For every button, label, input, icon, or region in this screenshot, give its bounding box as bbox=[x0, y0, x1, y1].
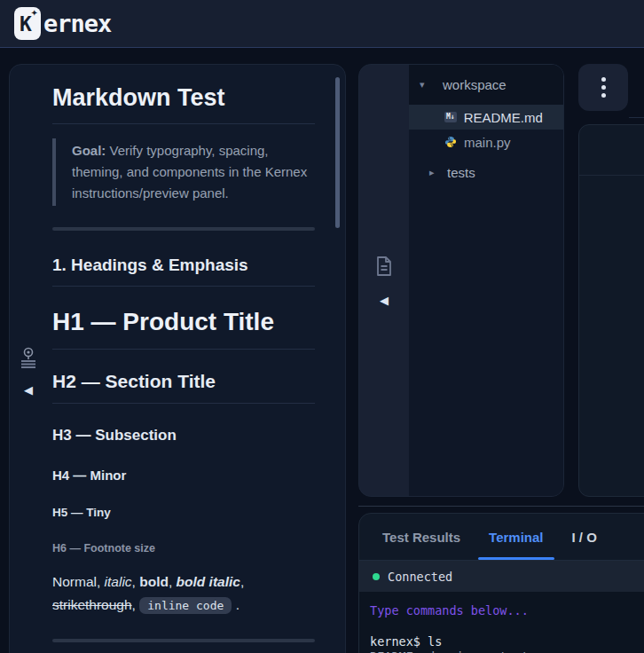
collapse-markdown-panel-icon[interactable]: ◀ bbox=[24, 384, 33, 396]
tree-root-label: workspace bbox=[443, 77, 507, 92]
editor-panel: ◀ ▾ workspace M↓ README.md main.py ▸ tes… bbox=[358, 64, 564, 497]
tree-item-label: main.py bbox=[464, 135, 511, 150]
document-icon[interactable] bbox=[375, 256, 393, 277]
h6-demo: H6 — Footnote size bbox=[52, 542, 315, 555]
terminal-output[interactable]: Type commands below... kernex$ ls README… bbox=[359, 592, 644, 653]
tab-terminal[interactable]: Terminal bbox=[489, 530, 543, 545]
h3-demo: H3 — Subsection bbox=[52, 427, 315, 445]
inline-code-pill: inline code bbox=[139, 597, 232, 614]
editor-rail: ◀ bbox=[359, 65, 409, 496]
tree-item-readme[interactable]: M↓ README.md bbox=[409, 105, 563, 130]
text-bold: bold bbox=[139, 574, 169, 589]
tree-item-label: tests bbox=[447, 165, 475, 180]
horizontal-rule bbox=[52, 227, 315, 231]
logo-wordmark: ernex bbox=[43, 10, 111, 37]
right-panel-toolbar bbox=[578, 64, 628, 111]
h4-demo: H4 — Minor bbox=[52, 468, 315, 483]
text-italic: italic bbox=[105, 574, 132, 589]
app-header: K ✦ ernex bbox=[0, 0, 644, 48]
tree-item-label: README.md bbox=[464, 110, 543, 125]
caret-right-icon[interactable]: ▸ bbox=[429, 167, 438, 178]
panel-resize-divider[interactable] bbox=[358, 506, 644, 507]
right-card-divider bbox=[579, 175, 644, 176]
tab-test-results[interactable]: Test Results bbox=[382, 530, 460, 545]
markdown-preview-panel: ◀ Markdown Test Goal: Verify typography,… bbox=[9, 64, 346, 653]
python-file-icon bbox=[444, 136, 457, 148]
kernex-logo: K ✦ ernex bbox=[14, 7, 111, 40]
section-heading: 1. Headings & Emphasis bbox=[52, 256, 315, 287]
connection-status: Connected bbox=[388, 570, 452, 584]
h5-demo: H5 — Tiny bbox=[52, 506, 315, 519]
markdown-file-icon: M↓ bbox=[444, 112, 457, 122]
markdown-scrollbar-thumb[interactable] bbox=[335, 77, 340, 228]
terminal-prompt-line: kernex$ ls bbox=[370, 634, 640, 649]
goal-text: Verify typography, spacing, theming, and… bbox=[72, 143, 307, 201]
caret-down-icon[interactable]: ▾ bbox=[420, 79, 428, 90]
markdown-title: Markdown Test bbox=[52, 84, 315, 124]
emphasis-paragraph: Normal, italic, bold, bold italic, strik… bbox=[52, 570, 315, 618]
text-bold-italic: bold italic bbox=[177, 574, 240, 589]
tree-item-mainpy[interactable]: main.py bbox=[409, 130, 563, 154]
h2-demo: H2 — Section Title bbox=[52, 371, 315, 404]
instructions-icon[interactable] bbox=[19, 347, 38, 370]
terminal-output-line: README.md main.py tests bbox=[370, 649, 640, 653]
goal-blockquote: Goal: Verify typography, spacing, themin… bbox=[52, 138, 315, 206]
goal-label: Goal: bbox=[72, 143, 106, 158]
collapse-editor-rail-icon[interactable]: ◀ bbox=[380, 295, 389, 306]
tab-io[interactable]: I / O bbox=[572, 530, 597, 545]
text-normal: Normal, bbox=[52, 574, 105, 589]
h1-demo: H1 — Product Title bbox=[52, 308, 315, 350]
terminal-status-bar: Connected bbox=[359, 561, 644, 592]
markdown-content: Markdown Test Goal: Verify typography, s… bbox=[52, 65, 315, 642]
right-panel-header-edge bbox=[629, 64, 644, 118]
bottom-tab-bar: Test Results Terminal I / O bbox=[359, 514, 644, 561]
right-preview-card bbox=[578, 124, 644, 497]
terminal-hint: Type commands below... bbox=[370, 603, 640, 618]
kernex-logo-icon: K ✦ bbox=[14, 7, 41, 40]
horizontal-rule bbox=[52, 639, 315, 642]
text-strikethrough: strikethrough bbox=[52, 597, 132, 612]
tree-item-tests[interactable]: ▸ tests bbox=[409, 160, 563, 185]
kebab-menu-icon[interactable] bbox=[601, 77, 606, 98]
tree-root-workspace[interactable]: ▾ workspace bbox=[409, 65, 563, 105]
file-tree: ▾ workspace M↓ README.md main.py ▸ tests bbox=[409, 65, 563, 496]
connected-status-icon bbox=[373, 573, 380, 580]
logo-star-icon: ✦ bbox=[31, 9, 38, 18]
bottom-panel: Test Results Terminal I / O Connected Ty… bbox=[358, 513, 644, 653]
